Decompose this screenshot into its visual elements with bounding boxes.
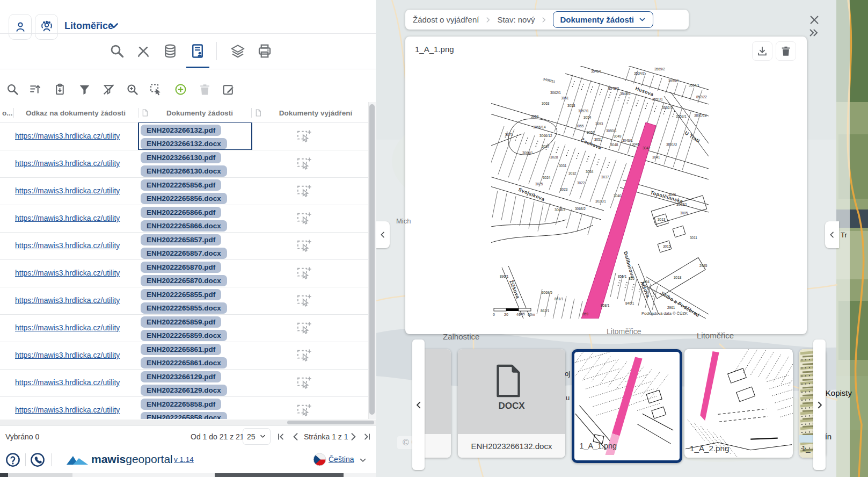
file-chip[interactable]: ENH2023266132.docx (141, 138, 227, 149)
column-header-link: Odkaz na dokumenty žádosti (14, 109, 137, 117)
table-search-icon[interactable] (6, 83, 19, 96)
select-place-icon[interactable] (296, 375, 312, 391)
previous-page-icon[interactable] (290, 431, 301, 442)
file-chip[interactable]: ENH2022265870.docx (141, 275, 227, 286)
select-place-icon[interactable] (296, 293, 312, 308)
add-icon[interactable] (174, 83, 187, 96)
file-chip[interactable]: ENH2022265858.pdf (141, 399, 221, 410)
filter-icon[interactable] (78, 83, 91, 96)
documents-cell: ENH2023266129.pdf ENH2023266129.docx (138, 369, 252, 396)
select-place-icon[interactable] (296, 156, 312, 171)
request-documents-link[interactable]: https://mawis3.hrdlicka.cz/utility (15, 369, 138, 396)
filter-off-icon[interactable] (102, 83, 115, 96)
file-chip[interactable]: ENH2022265856.pdf (141, 179, 221, 191)
file-chip[interactable]: ENH2022265861.pdf (141, 344, 221, 355)
search-icon[interactable] (109, 43, 125, 59)
file-chip[interactable]: ENH2023266129.docx (141, 385, 227, 396)
documents-cell: ENH2022265861.pdf ENH2022265861.docx (138, 342, 252, 369)
file-chip[interactable]: ENH2022265858.docx (141, 412, 227, 419)
organization-button[interactable] (35, 14, 58, 40)
select-place-icon[interactable] (296, 184, 312, 199)
carousel-card-docx[interactable]: DOCX ENH2023266132.docx (458, 349, 565, 458)
horizontal-scrollbar-thumb[interactable] (287, 421, 374, 424)
select-place-icon[interactable] (296, 403, 312, 418)
file-chip[interactable]: ENH2022265861.docx (141, 357, 227, 368)
select-place-icon[interactable] (296, 129, 312, 144)
file-chip[interactable]: ENH2022265856.docx (141, 193, 227, 204)
column-header-response-docs: Dokumenty vyjádření (265, 109, 367, 117)
zoom-selection-icon[interactable] (126, 83, 139, 96)
request-documents-link[interactable]: https://mawis3.hrdlicka.cz/utility (15, 342, 138, 369)
last-page-icon[interactable] (361, 431, 372, 442)
carousel-prev-button[interactable] (412, 339, 425, 470)
user-account-button[interactable] (9, 14, 32, 40)
request-documents-link[interactable]: https://mawis3.hrdlicka.cz/utility (15, 396, 138, 419)
file-chip[interactable]: ENH2022265859.pdf (141, 316, 221, 328)
next-page-icon[interactable] (348, 431, 359, 442)
brand-logo[interactable]: mawisgeoportal (91, 453, 173, 466)
collapse-left-panel-tab[interactable] (376, 221, 390, 248)
sort-icon[interactable] (28, 83, 42, 96)
page-size-select[interactable]: 25 (243, 428, 271, 445)
table-row: https://mawis3.hrdlicka.cz/utility ENH20… (0, 232, 368, 260)
file-chip[interactable]: ENH2022265857.pdf (141, 234, 221, 245)
request-documents-link[interactable]: https://mawis3.hrdlicka.cz/utility (15, 232, 138, 259)
language-select[interactable]: Čeština (329, 455, 354, 464)
request-documents-icon[interactable] (189, 43, 206, 59)
people-icon (40, 20, 54, 34)
chevron-down-icon[interactable] (107, 19, 120, 32)
carousel-card-image2[interactable]: 1_A_2.png (684, 349, 793, 458)
edit-icon[interactable] (222, 83, 235, 96)
request-documents-link[interactable]: https://mawis3.hrdlicka.cz/utility (15, 314, 138, 342)
layers-icon[interactable] (230, 43, 246, 59)
request-documents-link[interactable]: https://mawis3.hrdlicka.cz/utility (15, 150, 138, 177)
brand-bold: mawis (91, 453, 126, 465)
version-link[interactable]: v 1.14 (174, 456, 194, 464)
file-chip[interactable]: ENH2022265866.docx (141, 220, 227, 232)
page-size-value: 25 (247, 432, 256, 441)
file-chip[interactable]: ENH2022265866.pdf (141, 207, 221, 218)
table-row: https://mawis3.hrdlicka.cz/utility ENH20… (0, 314, 368, 342)
page-scrollbar[interactable] (0, 473, 376, 477)
measure-draw-icon[interactable] (135, 43, 151, 59)
select-place-icon[interactable] (296, 266, 312, 281)
carousel-card-selected[interactable]: 1_A_1.png (572, 349, 682, 463)
file-chip[interactable]: ENH2023266130.docx (141, 165, 227, 177)
request-documents-link[interactable]: https://mawis3.hrdlicka.cz/utility (15, 177, 138, 205)
select-place-icon[interactable] (296, 211, 312, 226)
request-documents-link[interactable]: https://mawis3.hrdlicka.cz/utility (15, 259, 138, 287)
chevron-down-icon[interactable] (359, 456, 367, 465)
select-place-icon[interactable] (296, 348, 312, 363)
request-documents-link[interactable]: https://mawis3.hrdlicka.cz/utility (15, 287, 138, 314)
table-header: o... Odkaz na dokumenty žádosti Dokument… (0, 105, 368, 122)
file-chip[interactable]: ENH2022265855.docx (141, 302, 227, 314)
database-icon[interactable] (162, 43, 178, 59)
phone-contact-icon[interactable] (30, 452, 46, 468)
select-place-icon[interactable] (296, 321, 312, 336)
documents-cell: ENH2022265856.pdf ENH2022265856.docx (138, 177, 252, 205)
file-chip[interactable]: ENH2022265855.pdf (141, 289, 221, 300)
file-chip[interactable]: ENH2023266132.pdf (141, 125, 221, 136)
expand-right-panel-tab[interactable] (825, 221, 839, 248)
map-viewport[interactable]: ZalhosticeLitoměřiceLitoměřiceeské Kopis… (376, 0, 868, 477)
vertical-scrollbar-thumb[interactable] (369, 104, 375, 415)
print-icon[interactable] (257, 43, 273, 59)
file-chip[interactable]: ENH2022265859.docx (141, 330, 227, 341)
docx-file-icon (494, 364, 522, 398)
file-chip[interactable]: ENH2023266130.pdf (141, 152, 221, 163)
request-documents-link[interactable]: https://mawis3.hrdlicka.cz/utility (15, 205, 138, 232)
select-on-map-icon[interactable] (149, 83, 163, 96)
file-chip[interactable]: ENH2022265857.docx (141, 248, 227, 259)
svg-text:Tr: Tr (841, 231, 847, 239)
select-place-icon[interactable] (296, 238, 312, 254)
documents-cell: ENH2022265870.pdf ENH2022265870.docx (138, 259, 252, 287)
svg-text:u: u (566, 394, 570, 402)
request-documents-link[interactable]: https://mawis3.hrdlicka.cz/utility (15, 122, 138, 150)
file-chip[interactable]: ENH2022265870.pdf (141, 262, 221, 273)
file-chip[interactable]: ENH2023266129.pdf (141, 371, 221, 382)
clipboard-icon[interactable] (53, 83, 67, 96)
documents-cell-selected: ENH2023266132.pdf ENH2023266132.docx (138, 122, 252, 150)
carousel-next-button[interactable] (813, 339, 826, 470)
first-page-icon[interactable] (276, 431, 287, 442)
help-icon[interactable] (5, 452, 21, 468)
